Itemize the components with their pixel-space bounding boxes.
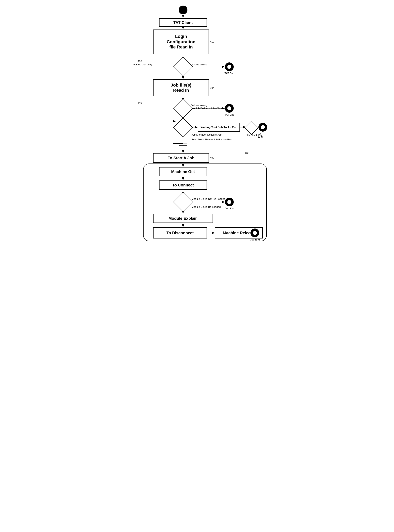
label-440: 440 [138,101,142,104]
machine-get-label: Machine Get [171,169,195,174]
diamond-420 [176,60,190,74]
waiting-box: Waiting To A Job To An End [198,123,240,132]
tat-client-box: TAT Client [159,18,207,27]
tat-end-circle-3 [258,123,267,132]
job-files-label: Job file(s)Read In [171,83,192,93]
job-files-box: Job file(s)Read In [153,79,209,96]
to-start-job-label: To Start A Job [168,155,194,160]
label-460: 460 [245,152,249,155]
waiting-label: Waiting To A Job To An End [201,126,237,129]
label-module-not: Module Could Not Be Loaded [192,197,226,200]
tat-end-label-2: TAT End [224,113,234,116]
module-explain-box: Module Explain [153,214,213,223]
machine-get-box: Machine Get [159,167,207,176]
job-end-label-1: Job End [225,207,234,210]
login-config-box: LoginConfigurationfile Read In [153,30,209,54]
label-even-more: Even More Than A Job For the Rest [192,138,233,141]
label-module-be: Module Could Be Loaded [192,205,221,208]
to-disconnect-box: To Disconnect [153,227,207,238]
tat-end-label-3: TAT End [258,132,267,138]
to-connect-box: To Connect [159,181,207,190]
start-circle [179,5,187,14]
diamond-load [176,195,190,209]
tat-end-circle-2 [225,104,234,113]
label-values-wrong-2: Values Wrong [192,104,207,107]
label-no-job-delivers: No Job Delivers Job of Managers [192,107,230,110]
label-values-correctly: Values Correctly [133,63,152,66]
to-disconnect-label: To Disconnect [166,231,194,235]
label-450: 450 [210,156,214,159]
machine-release-label: Machine Release [223,231,255,235]
job-end-label-2: Job End [250,238,260,241]
tat-end-circle-1 [225,62,234,71]
tat-client-label: TAT Client [173,20,193,25]
label-420: 420 [138,60,142,63]
diamond-last-job [246,123,256,133]
diamond-440 [176,101,190,115]
job-end-circle-1 [225,198,234,206]
label-410: 410 [210,40,214,43]
diamond-job-manager [176,121,190,134]
flowchart-diagram: TAT Client LoginConfigurationfile Read I… [127,4,267,283]
label-430: 430 [210,87,214,90]
label-job-manager: Job Manager Delivers Job [192,133,222,136]
login-config-label: LoginConfigurationfile Read In [167,34,195,50]
to-connect-label: To Connect [172,183,194,187]
job-end-circle-2 [250,228,259,237]
tat-end-label-1: TAT End [224,72,234,75]
module-explain-label: Module Explain [168,216,198,221]
label-values-wrong-1: Values Wrong [192,63,207,66]
separator [179,144,187,145]
to-start-job-box: To Start A Job [153,153,209,163]
